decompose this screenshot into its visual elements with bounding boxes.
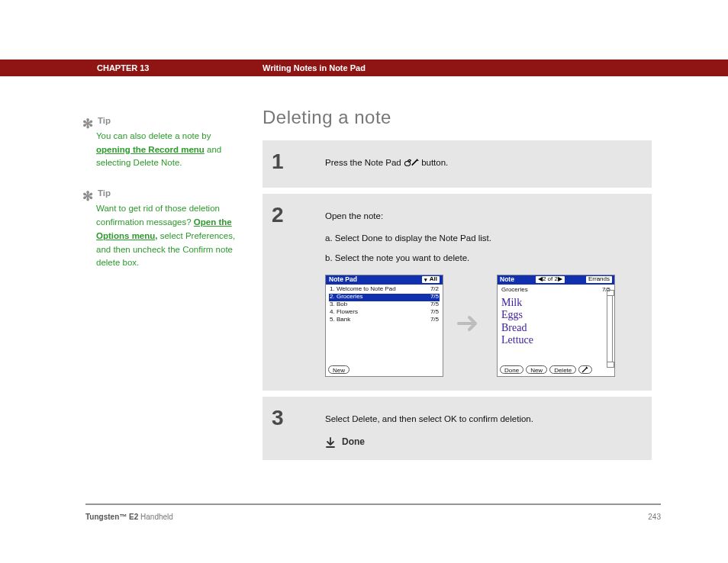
handwriting-line: Eggs [501,309,610,321]
screenshot-row: Note Pad ▾ All 1. Welcome to Note Pad 7/… [325,275,638,377]
screenshot-title: Note [500,275,514,285]
step-body: Press the Note Pad button. [325,151,638,177]
screenshot-titlebar: Note Pad ▾ All [326,275,443,285]
tip-2: ✻ Tip Want to get rid of those deletion … [84,187,244,270]
step-1: 1 Press the Note Pad button. [263,140,652,188]
handwriting-area: Milk Eggs Bread Lettuce [498,295,614,347]
screenshot-titlebar: Note ◀ 2 of 2 ▶ Errands [498,275,614,285]
done-indicator: Done [325,435,638,449]
dropdown-value: All [430,275,437,285]
chapter-label: CHAPTER 13 [97,63,149,72]
step-lead: Open the note: [325,209,638,223]
step-3: 3 Select Delete, and then select OK to c… [263,397,652,461]
page-number: 243 [648,513,661,521]
note-pad-icon [404,157,419,166]
record-counter[interactable]: ◀ 2 of 2 ▶ [536,276,565,283]
sidebar-tips: ✻ Tip You can also delete a note by open… [84,114,244,287]
category-dropdown[interactable]: ▾ All [422,276,440,283]
step-text: Select Delete, and then select OK to con… [325,412,638,426]
tip-1: ✻ Tip You can also delete a note by open… [84,114,244,170]
new-button[interactable]: New [328,365,350,374]
tip-link-record-menu[interactable]: opening the Record menu [96,145,205,154]
delete-button[interactable]: Delete [549,365,576,374]
category-dropdown[interactable]: Errands [586,276,612,283]
handwriting-line: Lettuce [501,334,610,346]
footer-rule [85,503,661,505]
substep-a: a. Select Done to display the Note Pad l… [325,231,638,245]
product-name: Tungsten™ E2 Handheld [85,513,173,521]
page-title: Deleting a note [263,107,652,128]
tip-head: ✻ Tip [84,114,244,128]
tip-label: Tip [98,187,111,201]
pen-tool-button[interactable] [578,365,592,374]
steps-list: 1 Press the Note Pad button. [263,140,652,460]
screenshot-title: Note Pad [329,275,357,285]
handwriting-line: Bread [501,322,610,334]
chapter-title: Writing Notes in Note Pad [263,63,366,72]
list-item[interactable]: 5. Bank 7/5 [329,317,440,324]
tip-label: Tip [98,114,111,128]
step-number: 2 [272,204,325,226]
note-header-row: Groceries 7/5 [498,285,614,296]
step-text: button. [421,158,448,167]
tip-body: Want to get rid of those deletion confir… [84,202,244,270]
tip-text: You can also delete a note by [96,131,211,140]
step-number: 3 [272,407,325,429]
tip-body: You can also delete a note by opening th… [84,130,244,170]
step-body: Open the note: a. Select Done to display… [325,204,638,379]
done-button[interactable]: Done [500,365,523,374]
product-bold: Tungsten™ E2 [85,513,138,521]
substep-b: b. Select the note you want to delete. [325,251,638,265]
main-content: Deleting a note 1 Press the Note Pad [263,107,652,466]
step-body: Select Delete, and then select OK to con… [325,407,638,450]
new-button[interactable]: New [526,365,547,374]
screenshot-notepad-list: Note Pad ▾ All 1. Welcome to Note Pad 7/… [325,275,443,377]
tip-head: ✻ Tip [84,187,244,201]
step-2: 2 Open the note: a. Select Done to displ… [263,194,652,390]
step-text: Press the Note Pad [325,158,404,167]
step-number: 1 [272,151,325,172]
scrollbar[interactable] [607,295,613,362]
arrow-right-icon [457,314,483,337]
chapter-bar: CHAPTER 13 Writing Notes in Note Pad [0,60,728,76]
note-subject: Groceries [501,285,528,295]
screenshot-note-view: Note ◀ 2 of 2 ▶ Errands Groceries 7/5 Mi… [497,275,615,377]
handwriting-line: Milk [501,297,610,309]
product-rest: Handheld [138,513,173,521]
done-label: Done [342,435,365,449]
footer: Tungsten™ E2 Handheld 243 [85,513,661,521]
note-list: 1. Welcome to Note Pad 7/2 2. Groceries … [326,285,443,324]
done-arrow-icon [325,437,336,448]
